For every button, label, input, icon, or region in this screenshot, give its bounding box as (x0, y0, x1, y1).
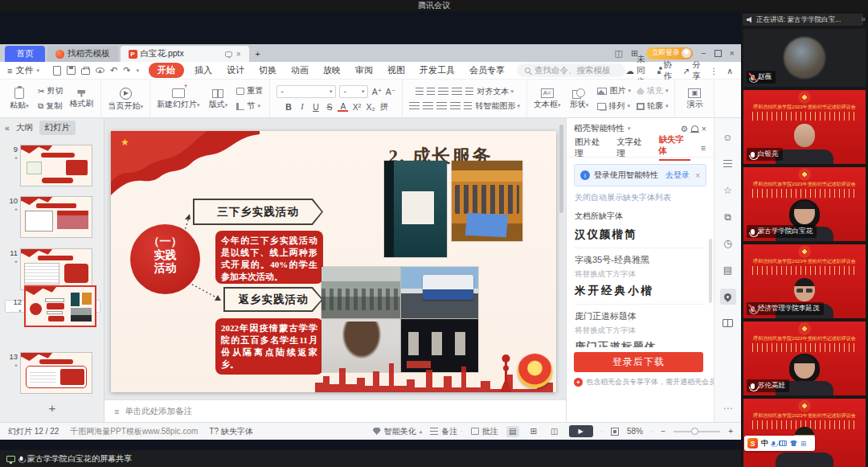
ime-toolbox-icon[interactable]: ⊞ (800, 440, 806, 448)
video-tile-participant-1[interactable]: 赵薇 (743, 29, 866, 87)
smart-beautify-button[interactable]: 智能美化▴ (373, 426, 423, 437)
canvas-scrollbar[interactable] (559, 125, 563, 213)
ime-voice-icon[interactable] (772, 441, 776, 445)
fill-button[interactable]: 填充▾ (637, 85, 669, 96)
numbering-icon[interactable] (427, 88, 435, 96)
align-left-icon[interactable] (409, 102, 420, 110)
align-text-button[interactable]: 对齐文本▾ (477, 86, 514, 97)
video-tile-participant-4[interactable]: 呼和浩特民族学院2023年党组织书记述职评议会 经济管理学院李延茂 (743, 244, 866, 318)
close-panel-icon[interactable]: × (702, 124, 706, 133)
menu-item-member[interactable]: 会员专享 (462, 64, 512, 76)
line-spacing-icon[interactable] (464, 102, 472, 110)
notes-toggle-button[interactable]: 备注· (430, 426, 462, 437)
zoom-options-icon[interactable]: · (651, 428, 653, 434)
chevron-down-icon[interactable]: ▾ (628, 125, 631, 132)
menu-item-review[interactable]: 审阅 (348, 64, 380, 76)
tab-slides[interactable]: 幻灯片 (39, 121, 76, 135)
bullets-icon[interactable] (416, 88, 424, 96)
go-login-link[interactable]: 去登录 (665, 170, 690, 181)
panel-tab-text[interactable]: 文字处理 (616, 137, 648, 159)
to-smartart-button[interactable]: 转智能图形▾ (475, 100, 520, 112)
justify-icon[interactable] (450, 102, 461, 110)
adjust-icon[interactable] (720, 156, 736, 172)
missing-fonts-status[interactable]: T?缺失字体 (209, 426, 253, 437)
chevron-down-icon[interactable]: ▾ (136, 68, 139, 74)
increase-indent-icon[interactable] (452, 88, 462, 96)
effects-star-icon[interactable]: ☆ (720, 182, 736, 199)
tab-document[interactable]: P白宝花.pptx× (121, 46, 249, 62)
phonetic-guide-button[interactable]: 拼 (379, 101, 389, 113)
search-input[interactable]: 查找命令、搜索模板 (517, 63, 626, 77)
sogou-ime-bar[interactable]: S 中 ⊞ (744, 436, 815, 451)
panel-tab-image[interactable]: 图片处理 (575, 137, 606, 159)
history-clock-icon[interactable]: ◷ (720, 236, 736, 252)
ime-skin-icon[interactable] (790, 440, 797, 446)
font-item[interactable]: 汉仪颜楷简 (575, 227, 706, 248)
duplicate-icon[interactable]: ⧉ (720, 209, 736, 225)
menu-item-design[interactable]: 设计 (219, 64, 252, 76)
sorter-view-icon[interactable]: ⊞ (527, 426, 540, 437)
menu-item-devtools[interactable]: 开发工具 (412, 64, 462, 76)
video-tile-participant-5[interactable]: 呼和浩特民族学院2023年党组织书记述职评议会 苏伦高娃 (743, 322, 866, 395)
zoom-out-icon[interactable]: − (661, 427, 665, 436)
save-icon[interactable] (67, 66, 76, 75)
new-tab-button[interactable]: + (249, 46, 267, 62)
comment-bubble-icon[interactable] (225, 51, 232, 57)
menu-item-view[interactable]: 视图 (380, 64, 412, 76)
photo-bus[interactable] (401, 267, 478, 318)
tab-home[interactable]: 首页 (5, 46, 45, 62)
preview-icon[interactable] (96, 68, 104, 73)
outline-button[interactable]: 轮廓▾ (637, 100, 669, 112)
split-view-icon[interactable]: ◫ (615, 49, 623, 58)
menu-item-animation[interactable]: 动画 (284, 64, 316, 76)
location-pin-icon[interactable] (720, 289, 736, 305)
section-button[interactable]: 节▾ (236, 100, 263, 112)
font-color-button[interactable]: A (338, 102, 348, 112)
video-tile-participant-2[interactable]: 呼和浩特民族学院2023年党组织书记述职评议会 白银亮 (743, 90, 866, 164)
zoom-in-icon[interactable]: + (728, 427, 733, 436)
picture-button[interactable]: 图片▾ (597, 85, 631, 96)
close-banner-icon[interactable]: × (695, 171, 700, 180)
panel-tab-missing-fonts[interactable]: 缺失字体 (659, 134, 690, 161)
zoom-level[interactable]: 58% (627, 427, 643, 436)
undo-icon[interactable]: ↶ (110, 65, 117, 76)
slide-thumbnail-13[interactable]: 13٭ (5, 352, 92, 394)
slideshow-play-button[interactable]: ▶ (569, 425, 593, 437)
practice-circle-shape[interactable]: （一） 实践 活动 (130, 224, 200, 294)
bold-button[interactable]: B (283, 101, 293, 113)
tab-docer-templates[interactable]: 找稻壳模板 (47, 46, 118, 62)
reading-view-icon[interactable]: ◫ (548, 426, 561, 437)
collapse-ribbon-icon[interactable]: ∧ (727, 66, 733, 76)
arrow-label-sanxiaxiang[interactable]: 三下乡实践活动 (193, 199, 323, 225)
redo-icon[interactable]: ↷ (123, 65, 130, 76)
tab-outline[interactable]: 大纲 (16, 122, 33, 133)
menu-item-slideshow[interactable]: 放映 (316, 64, 348, 76)
sticker-icon[interactable]: ☺ (720, 129, 736, 145)
panel-menu-icon[interactable]: ≡ (701, 143, 706, 153)
play-options-icon[interactable]: · (601, 428, 603, 434)
decrease-indent-icon[interactable] (438, 88, 448, 96)
italic-button[interactable]: I (297, 101, 307, 113)
auto-hide-link[interactable]: 关闭自动展示缺失字体列表 (575, 192, 706, 203)
slide-canvas[interactable]: ★ 2. 成长服务 （一） 实践 活动 三下乡实践活动 今年的三下乡实践活动是以… (111, 131, 556, 392)
gear-icon[interactable]: ⚙ (680, 124, 687, 133)
zoom-slider[interactable] (674, 431, 720, 432)
notes-area[interactable]: ≡ 单击此处添加备注 (104, 399, 566, 422)
strikethrough-button[interactable]: S (324, 101, 334, 113)
layout-button[interactable]: 版式▾ (205, 89, 231, 109)
text-direction-icon[interactable] (465, 88, 473, 96)
ime-keyboard-icon[interactable] (779, 440, 787, 446)
panel-scrollbar[interactable] (709, 239, 712, 303)
menu-item-insert[interactable]: 插入 (187, 64, 219, 76)
present-button[interactable]: ▣演示 (682, 88, 707, 109)
body-textbox-2[interactable]: 2022年因疫情蒙古学学院的五百多名学生11月份从隔离点陆续返家乡。 (215, 318, 323, 375)
reset-button[interactable]: 重置 (236, 85, 263, 96)
red-flag-decoration[interactable]: ★ (111, 131, 260, 197)
paste-button[interactable]: 粘贴▾ (6, 88, 32, 109)
bell-icon[interactable] (691, 125, 698, 132)
image-tools-icon[interactable]: ▤ (720, 262, 736, 278)
reader-view-icon[interactable] (720, 315, 736, 331)
more-tools-icon[interactable]: ⋯ (723, 403, 733, 414)
body-textbox-1[interactable]: 今年的三下乡实践活动是以线下、线上两种形式开展的。40%的学生参加本次活动。 (215, 231, 323, 284)
ime-lang-toggle[interactable]: 中 (761, 438, 768, 449)
